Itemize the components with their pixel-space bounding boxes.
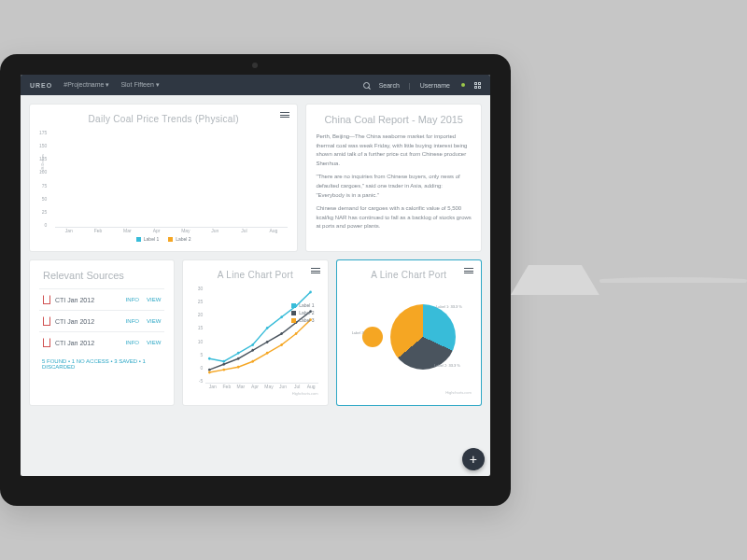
fullscreen-icon[interactable] (474, 82, 481, 89)
source-row: CTI Jan 2012 INFOVIEW (39, 331, 164, 353)
y-axis-ticks: 1751501251007550250 (39, 130, 49, 228)
pie-label: Label 3 (352, 330, 364, 335)
view-link[interactable]: VIEW (147, 297, 161, 302)
report-title: China Coal Report - May 2015 (316, 114, 472, 125)
pie-chart-title: A Line Chart Port (346, 270, 472, 280)
card-menu-icon[interactable] (311, 268, 320, 273)
info-link[interactable]: INFO (126, 340, 139, 345)
pie-label: Label 2: 33.3 % (434, 363, 460, 368)
source-row: CTI Jan 2012 INFOVIEW (39, 288, 164, 310)
svg-point-1 (223, 360, 226, 363)
report-paragraph: Chinese demand for cargoes with a calori… (316, 204, 472, 231)
svg-point-11 (252, 349, 255, 352)
info-link[interactable]: INFO (126, 318, 139, 324)
source-name: CTI Jan 2012 (55, 297, 94, 303)
svg-point-3 (252, 343, 255, 346)
svg-point-19 (252, 360, 255, 363)
add-button[interactable]: + (462, 448, 485, 470)
x-axis-ticks: JanFebMarAprMayJunJulAug (192, 384, 317, 389)
pie-chart-card: A Line Chart Port Label 1: 33.3 % Label … (337, 260, 481, 405)
project-dropdown[interactable]: #Projectname ▾ (63, 81, 109, 89)
pie-plot (390, 304, 456, 370)
svg-point-18 (237, 366, 240, 369)
chart-credit: Highcharts.com (346, 390, 472, 395)
svg-point-0 (208, 357, 211, 360)
svg-point-10 (237, 357, 240, 360)
svg-point-16 (208, 371, 211, 374)
svg-point-13 (281, 332, 284, 335)
svg-point-17 (223, 369, 226, 371)
svg-point-7 (310, 290, 313, 293)
source-name: CTI Jan 2012 (55, 318, 94, 325)
bar-chart-card: Daily Coal Price Trends (Physical) US Do… (30, 105, 297, 251)
svg-point-20 (266, 352, 269, 355)
svg-point-12 (266, 341, 269, 343)
line-chart-card: A Line Chart Port 302520151050-5 Label 1… (183, 260, 327, 405)
report-card: China Coal Report - May 2015 Perth, Beij… (306, 105, 481, 251)
top-bar: UREO #Projectname ▾ Slot Fifteen ▾ Searc… (21, 75, 490, 95)
status-dot (461, 83, 465, 87)
search-label[interactable]: Search (379, 82, 400, 89)
brand-logo: UREO (30, 82, 52, 89)
card-menu-icon[interactable] (464, 268, 473, 273)
source-name: CTI Jan 2012 (55, 340, 94, 346)
line-plot: Label 1 Label 2 Label 3 (205, 286, 317, 384)
y-axis-label: US Dollars (40, 154, 45, 172)
view-link[interactable]: VIEW (147, 318, 161, 324)
sources-title: Relevant Sources (43, 270, 164, 281)
pdf-icon (43, 316, 50, 326)
y-axis-ticks: 302520151050-5 (192, 286, 205, 384)
view-link[interactable]: VIEW (147, 340, 161, 345)
exploded-slice (362, 327, 383, 347)
pdf-icon (43, 338, 50, 347)
slot-dropdown[interactable]: Slot Fifteen ▾ (120, 81, 159, 89)
chart-credit: Highcharts.com (192, 391, 317, 396)
line-legend: Label 1 Label 2 Label 3 (291, 302, 314, 325)
monitor-base (599, 277, 747, 283)
bar-plot (55, 130, 288, 228)
sources-card: Relevant Sources CTI Jan 2012 INFOVIEW C… (30, 260, 174, 405)
pdf-icon (43, 295, 50, 304)
svg-point-8 (208, 369, 211, 371)
bar-legend: Label 1 Label 2 (39, 236, 288, 242)
report-paragraph: Perth, Beijing—The China seaborne market… (316, 133, 472, 168)
report-paragraph: "There are no inquiries from Chinese buy… (316, 173, 472, 200)
username-label[interactable]: Username (420, 82, 450, 89)
svg-point-9 (223, 363, 226, 366)
search-icon[interactable] (363, 82, 370, 89)
sources-status: 5 FOUND • 1 NO ACCESS • 3 SAVED • 1 DISC… (39, 353, 164, 375)
x-axis-ticks: JanFebMarAprMayJunJulAug (39, 228, 288, 233)
info-link[interactable]: INFO (126, 297, 139, 302)
bar-chart-title: Daily Coal Price Trends (Physical) (39, 114, 288, 124)
svg-point-22 (295, 332, 298, 335)
camera-dot (252, 63, 258, 68)
svg-point-21 (281, 343, 284, 346)
line-chart-title: A Line Chart Port (192, 270, 317, 280)
svg-point-4 (266, 327, 269, 329)
pie-label: Label 1: 33.3 % (436, 304, 462, 309)
monitor-stand (511, 265, 599, 295)
svg-point-2 (237, 352, 240, 355)
svg-point-5 (281, 315, 284, 318)
source-row: CTI Jan 2012 INFOVIEW (39, 310, 164, 331)
card-menu-icon[interactable] (280, 112, 289, 118)
